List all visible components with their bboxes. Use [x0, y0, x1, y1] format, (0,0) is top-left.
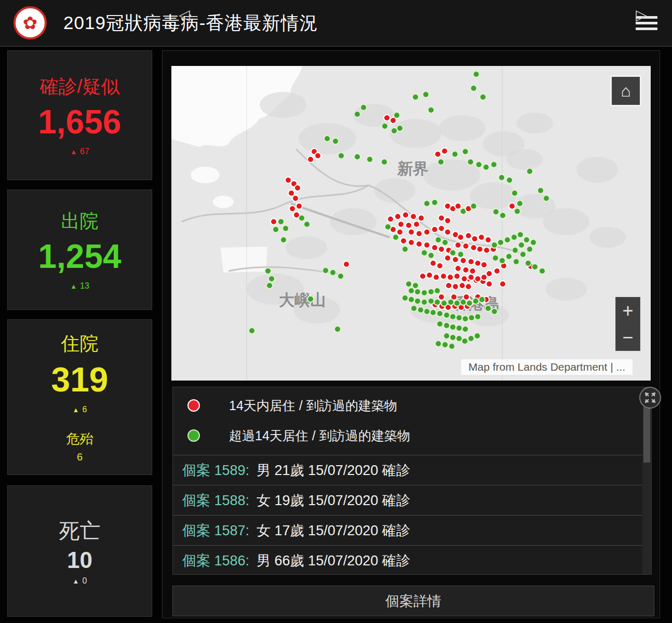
tab-label: 個案詳情	[385, 592, 441, 611]
legend-row-recent: 14天内居住 / 到訪過的建築物	[173, 394, 651, 417]
stat-value: 10	[67, 548, 92, 572]
case-detail: 男 21歲 15/07/2020 確診	[257, 461, 410, 480]
map-zoom-control: + −	[616, 297, 640, 350]
stat-card-deaths: 死亡 10 ▲0	[7, 485, 152, 617]
stat-label: 死亡	[59, 517, 101, 545]
bauhinia-flower-icon: ✿	[23, 14, 38, 32]
case-row[interactable]: 個案 1589: 男 21歲 15/07/2020 確診	[173, 455, 642, 485]
map-attribution[interactable]: Map from Lands Department | ...	[461, 359, 633, 375]
up-triangle-icon: ▲	[70, 282, 77, 290]
zoom-in-button[interactable]: +	[616, 297, 640, 324]
stat-delta: ▲67	[70, 147, 89, 156]
red-dot-icon	[187, 399, 200, 412]
up-triangle-icon: ▲	[73, 406, 79, 414]
stat-value: 319	[51, 362, 108, 398]
up-triangle-icon: ▲	[70, 148, 77, 156]
legend-label: 14天内居住 / 到訪過的建築物	[229, 397, 397, 414]
case-row[interactable]: 個案 1588: 女 19歲 15/07/2020 確診	[173, 485, 642, 515]
hk-emblem-logo: ✿	[14, 6, 47, 39]
stat-delta: ▲13	[70, 281, 89, 291]
case-detail-tab-bar[interactable]: 個案詳情	[172, 586, 654, 616]
case-number: 個案 1589:	[182, 461, 249, 480]
stat-label: 確診/疑似	[39, 74, 119, 100]
case-rows: 個案 1589: 男 21歲 15/07/2020 確診 個案 1588: 女 …	[173, 455, 651, 575]
map-home-button[interactable]: ⌂	[612, 77, 640, 105]
case-number: 個案 1587:	[182, 521, 249, 540]
stat-value: 1,254	[38, 239, 121, 274]
home-icon: ⌂	[621, 83, 630, 99]
map-label-lantau: 大嶼山	[279, 291, 326, 308]
stat-delta: ▲0	[73, 576, 87, 586]
hong-kong-map[interactable]: 新界 大嶼山 香港島 ⌂ + − Map from Lands Departme…	[171, 66, 651, 381]
stat-card-confirmed: 確診/疑似 1,656 ▲67	[7, 50, 152, 180]
case-scrollbar[interactable]	[642, 387, 651, 574]
map-label-new-territories: 新界	[397, 160, 428, 177]
up-triangle-icon: ▲	[73, 577, 79, 585]
app-header: ✿ 2019冠狀病毒病-香港最新情況	[0, 0, 672, 47]
stat-card-hospitalised: 住院 319 ▲6 危殆 6	[7, 319, 152, 475]
case-number: 個案 1588:	[182, 491, 249, 510]
critical-value: 6	[66, 451, 93, 463]
stat-card-discharged: 出院 1,254 ▲13	[7, 189, 152, 310]
four-arrows-expand-icon	[644, 391, 656, 404]
map-canvas: 新界 大嶼山 香港島	[171, 66, 651, 381]
critical-label: 危殆	[66, 430, 93, 448]
case-detail: 女 17歲 15/07/2020 確診	[257, 521, 410, 540]
case-row[interactable]: 個案 1586: 男 66歲 15/07/2020 確診	[173, 545, 642, 575]
stat-label: 出院	[61, 209, 99, 234]
case-row[interactable]: 個案 1587: 女 17歲 15/07/2020 確診	[173, 515, 642, 545]
prev-tab-arrow[interactable]: ◁	[172, 0, 196, 30]
next-tab-arrow[interactable]: ▷	[629, 0, 653, 30]
critical-block: 危殆 6	[66, 430, 93, 463]
legend-label: 超過14天居住 / 到訪過的建築物	[229, 427, 410, 444]
case-list-panel: 14天内居住 / 到訪過的建築物 超過14天居住 / 到訪過的建築物 個案 15…	[172, 387, 652, 575]
stat-delta: ▲6	[73, 405, 87, 414]
case-number: 個案 1586:	[182, 551, 249, 570]
case-detail: 女 19歲 15/07/2020 確診	[257, 491, 410, 510]
legend-row-over14: 超過14天居住 / 到訪過的建築物	[173, 424, 651, 448]
stat-label: 住院	[61, 331, 99, 357]
zoom-out-button[interactable]: −	[616, 324, 640, 350]
expand-panel-button[interactable]	[639, 387, 661, 409]
case-detail: 男 66歲 15/07/2020 確診	[257, 551, 410, 570]
green-dot-icon	[187, 429, 200, 442]
stat-value: 1,656	[38, 105, 121, 140]
